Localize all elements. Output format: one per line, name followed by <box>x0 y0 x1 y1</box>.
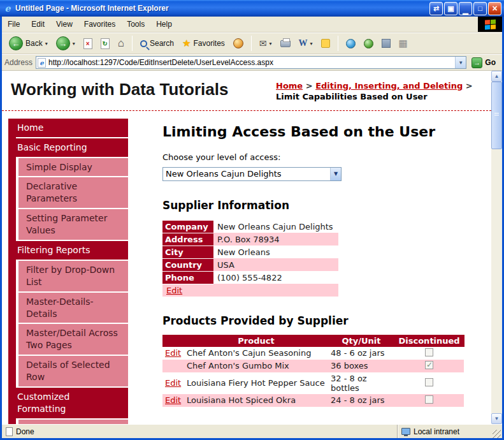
forward-button[interactable]: → ▾ <box>53 35 78 52</box>
sidebar-item-declarative-parameters[interactable]: Declarative Parameters <box>18 177 128 208</box>
history-icon <box>233 38 243 48</box>
status-page-icon <box>6 427 13 436</box>
notes-icon <box>321 39 330 48</box>
page-header: Working with Data Tutorials Home > Editi… <box>2 71 491 111</box>
search-button[interactable]: Search <box>137 38 177 49</box>
address-input[interactable]: e http://localhost:1297/Code/EditInsertD… <box>36 56 466 69</box>
local-intranet-icon <box>401 428 410 435</box>
windows-logo-icon <box>485 19 496 29</box>
discontinued-checkbox[interactable] <box>425 361 433 369</box>
supplier-table: Company New Orleans Cajun Delights Addre… <box>162 221 338 297</box>
access-level-label: Choose your level of access: <box>162 152 485 162</box>
address-dropdown-button[interactable]: ▼ <box>455 57 466 68</box>
access-level-select[interactable]: New Orleans Cajun Delights ▼ <box>162 167 342 181</box>
sidebar-item-format-colors[interactable]: Format Colors <box>18 420 128 424</box>
discontinued-checkbox[interactable] <box>425 395 433 404</box>
mail-chevron-icon: ▾ <box>270 41 272 47</box>
back-button[interactable]: ← Back ▾ <box>6 35 51 52</box>
float-window-button[interactable]: ⇄ <box>429 2 443 15</box>
supplier-field-value: New Orleans <box>213 246 338 258</box>
supplier-field-label: Country <box>162 258 213 271</box>
breadcrumb-home-link[interactable]: Home <box>276 81 303 91</box>
forward-chevron-icon: ▾ <box>73 41 75 47</box>
supplier-row: Phone (100) 555-4822 <box>162 271 338 284</box>
page-favicon-icon: e <box>38 58 46 68</box>
go-button[interactable]: → Go <box>470 57 500 69</box>
sidebar-item-master-detail-two-pages[interactable]: Master/Detail Across Two Pages <box>18 324 128 355</box>
menu-edit[interactable]: Edit <box>25 17 50 32</box>
ie-logo-icon: e <box>3 3 13 13</box>
favorites-button[interactable]: ★ Favorites <box>179 36 228 50</box>
supplier-row: City New Orleans <box>162 246 338 258</box>
vertical-scrollbar: ▲ ▼ <box>491 71 502 424</box>
sidebar-item-filtering-reports[interactable]: Filtering Reports <box>8 241 128 260</box>
back-chevron-icon: ▾ <box>45 41 48 47</box>
addon-button-2[interactable] <box>361 38 377 50</box>
toolbar-separator <box>338 36 338 51</box>
breadcrumb-section-link[interactable]: Editing, Inserting, and Deleting <box>315 81 463 91</box>
search-label: Search <box>150 39 174 48</box>
home-button[interactable]: ⌂ <box>115 36 127 51</box>
scroll-down-button[interactable]: ▼ <box>491 413 502 424</box>
product-edit-link[interactable]: Edit <box>165 395 181 405</box>
notes-button[interactable] <box>318 38 333 49</box>
print-button[interactable] <box>277 39 294 48</box>
address-label: Address <box>4 58 32 67</box>
main-content: Limiting Access Based on the User Choose… <box>128 111 491 424</box>
history-button[interactable] <box>230 37 247 50</box>
discontinued-checkbox[interactable] <box>425 378 433 386</box>
sidebar-item-basic-reporting[interactable]: Basic Reporting <box>8 138 128 157</box>
supplier-field-value: (100) 555-4822 <box>213 271 338 284</box>
throbber <box>478 17 502 32</box>
messenger-icon <box>364 39 373 48</box>
menu-tools[interactable]: Tools <box>121 17 150 32</box>
address-url: http://localhost:1297/Code/EditInsertDel… <box>48 58 452 67</box>
menu-view[interactable]: View <box>50 17 78 32</box>
products-header-row: Product Qty/Unit Discontinued <box>162 335 464 347</box>
product-edit-link[interactable]: Edit <box>165 378 181 388</box>
fullscreen-button[interactable]: ▣ <box>444 2 457 15</box>
stop-icon: × <box>83 38 92 49</box>
stop-button[interactable]: × <box>80 37 96 50</box>
home-icon: ⌂ <box>118 37 124 50</box>
select-arrow-icon: ▼ <box>330 168 341 180</box>
close-button[interactable]: × <box>488 2 501 15</box>
sidebar-item-customized-formatting[interactable]: Customized Formatting <box>8 388 128 418</box>
maximize-button[interactable]: □ <box>473 2 487 15</box>
addon-button-3[interactable] <box>378 38 394 49</box>
supplier-edit-link[interactable]: Edit <box>166 286 182 295</box>
supplier-row: Country USA <box>162 258 338 271</box>
product-row: Edit Chef Anton's Cajun Seasoning 48 - 6… <box>162 347 464 360</box>
sidebar-item-home[interactable]: Home <box>8 119 128 137</box>
minimize-button[interactable]: ▁ <box>459 2 472 15</box>
discontinued-checkbox[interactable] <box>425 348 433 356</box>
scroll-up-button[interactable]: ▲ <box>491 71 502 82</box>
edit-with-word-button[interactable]: W ▾ <box>296 37 316 50</box>
page-title: Limiting Access Based on the User <box>162 124 485 140</box>
product-edit-link[interactable]: Edit <box>165 348 181 358</box>
sidebar-nav: Home Basic Reporting Simple Display Decl… <box>8 119 128 424</box>
sidebar-item-filter-dropdown-list[interactable]: Filter by Drop-Down List <box>18 261 128 291</box>
column-header-qty: Qty/Unit <box>328 335 394 347</box>
favorites-star-icon: ★ <box>182 38 191 49</box>
scrollbar-thumb[interactable] <box>491 82 502 149</box>
resize-grip[interactable] <box>493 430 501 438</box>
menu-help[interactable]: Help <box>150 17 178 32</box>
menu-favorites[interactable]: Favorites <box>78 17 121 32</box>
building-icon <box>382 39 391 48</box>
sidebar-item-details-selected-row[interactable]: Details of Selected Row <box>18 356 128 386</box>
mail-button[interactable]: ✉ ▾ <box>256 37 275 50</box>
column-header-discontinued: Discontinued <box>394 335 464 347</box>
addon-button-4[interactable]: ▦ <box>396 36 411 50</box>
sidebar-item-setting-parameter-values[interactable]: Setting Parameter Values <box>18 209 128 240</box>
grid-icon: ▦ <box>399 38 408 49</box>
web-page: Working with Data Tutorials Home > Editi… <box>2 71 491 424</box>
menu-file[interactable]: File <box>2 17 25 32</box>
sidebar-item-master-details-details[interactable]: Master-Details-Details <box>18 293 128 323</box>
supplier-field-label: Company <box>162 221 213 233</box>
refresh-button[interactable]: ↻ <box>97 37 113 50</box>
sidebar-item-simple-display[interactable]: Simple Display <box>18 158 128 177</box>
product-name: Chef Anton's Gumbo Mix <box>184 360 328 372</box>
addon-button-1[interactable] <box>343 38 359 50</box>
scrollbar-track[interactable] <box>491 82 502 413</box>
